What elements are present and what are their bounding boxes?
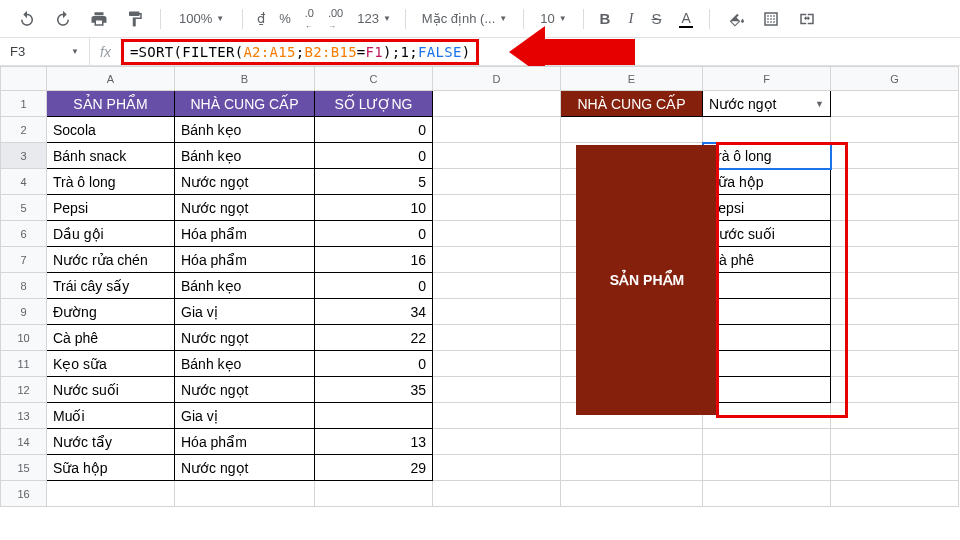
strikethrough-button[interactable]: S bbox=[645, 6, 667, 31]
table-cell[interactable]: 10 bbox=[315, 195, 433, 221]
table-cell[interactable]: Nước ngọt bbox=[175, 169, 315, 195]
borders-button[interactable] bbox=[756, 6, 786, 32]
table-cell[interactable]: Bánh kẹo bbox=[175, 143, 315, 169]
table-cell[interactable]: 35 bbox=[315, 377, 433, 403]
header-e[interactable]: NHÀ CUNG CẤP bbox=[561, 91, 703, 117]
table-cell[interactable]: Cà phê bbox=[47, 325, 175, 351]
table-cell[interactable]: Bánh kẹo bbox=[175, 351, 315, 377]
table-cell[interactable]: 22 bbox=[315, 325, 433, 351]
table-cell[interactable]: 34 bbox=[315, 299, 433, 325]
table-cell[interactable]: Kẹo sữa bbox=[47, 351, 175, 377]
table-cell[interactable]: Nước suối bbox=[47, 377, 175, 403]
table-cell[interactable] bbox=[175, 481, 315, 507]
header-a[interactable]: SẢN PHẨM bbox=[47, 91, 175, 117]
table-cell[interactable]: Nước ngọt bbox=[175, 455, 315, 481]
result-cell[interactable]: Pepsi bbox=[703, 195, 831, 221]
undo-button[interactable] bbox=[12, 6, 42, 32]
table-cell[interactable]: 0 bbox=[315, 117, 433, 143]
paint-format-button[interactable] bbox=[120, 6, 150, 32]
fill-color-button[interactable] bbox=[720, 6, 750, 32]
toolbar: 100%▼ ₫ % .0← .00→ 123▼ Mặc định (...▼ 1… bbox=[0, 0, 960, 38]
table-cell[interactable]: Muối bbox=[47, 403, 175, 429]
result-cell[interactable]: Trà ô long bbox=[703, 143, 831, 169]
table-cell[interactable]: Hóa phẩm bbox=[175, 221, 315, 247]
percent-button[interactable]: % bbox=[275, 7, 295, 30]
table-cell[interactable]: Trà ô long bbox=[47, 169, 175, 195]
decrease-decimal-button[interactable]: .0← bbox=[301, 3, 318, 35]
result-cell[interactable] bbox=[703, 299, 831, 325]
table-cell[interactable]: Hóa phẩm bbox=[175, 429, 315, 455]
result-cell[interactable]: Cà phê bbox=[703, 247, 831, 273]
result-cell[interactable] bbox=[703, 351, 831, 377]
table-cell[interactable]: Hóa phẩm bbox=[175, 247, 315, 273]
zoom-dropdown[interactable]: 100%▼ bbox=[171, 7, 232, 30]
table-cell[interactable]: Bánh kẹo bbox=[175, 117, 315, 143]
result-cell[interactable]: Nước suối bbox=[703, 221, 831, 247]
print-button[interactable] bbox=[84, 6, 114, 32]
font-dropdown[interactable]: Mặc định (...▼ bbox=[416, 7, 513, 30]
table-cell[interactable]: Pepsi bbox=[47, 195, 175, 221]
table-cell[interactable]: 0 bbox=[315, 221, 433, 247]
table-cell[interactable] bbox=[315, 403, 433, 429]
table-cell[interactable]: Nước ngọt bbox=[175, 195, 315, 221]
table-cell[interactable]: 16 bbox=[315, 247, 433, 273]
table-cell[interactable] bbox=[315, 481, 433, 507]
formula-bar: F3▼ fx =SORT(FILTER(A2:A15;B2:B15=F1);1;… bbox=[0, 38, 960, 66]
table-cell[interactable]: 29 bbox=[315, 455, 433, 481]
table-cell[interactable]: Bánh kẹo bbox=[175, 273, 315, 299]
table-cell[interactable]: Nước tẩy bbox=[47, 429, 175, 455]
table-cell[interactable]: 0 bbox=[315, 143, 433, 169]
text-color-button[interactable]: A bbox=[673, 6, 698, 32]
cell-f1-dropdown[interactable]: Nước ngọt▼ bbox=[703, 91, 831, 117]
table-cell[interactable] bbox=[47, 481, 175, 507]
header-c[interactable]: SỐ LƯỢNG bbox=[315, 91, 433, 117]
table-cell[interactable]: Sữa hộp bbox=[47, 455, 175, 481]
table-cell[interactable]: Nước ngọt bbox=[175, 377, 315, 403]
table-cell[interactable]: Bánh snack bbox=[47, 143, 175, 169]
header-b[interactable]: NHÀ CUNG CẤP bbox=[175, 91, 315, 117]
column-headers[interactable]: ABCDEFG bbox=[1, 67, 959, 91]
name-box[interactable]: F3▼ bbox=[0, 38, 90, 65]
fx-icon: fx bbox=[90, 44, 121, 60]
result-cell[interactable] bbox=[703, 377, 831, 403]
table-cell[interactable]: 13 bbox=[315, 429, 433, 455]
table-cell[interactable]: Gia vị bbox=[175, 299, 315, 325]
table-cell[interactable]: 0 bbox=[315, 351, 433, 377]
spreadsheet-grid[interactable]: ABCDEFG 1 SẢN PHẨM NHÀ CUNG CẤP SỐ LƯỢNG… bbox=[0, 66, 960, 507]
table-cell[interactable]: Trái cây sấy bbox=[47, 273, 175, 299]
table-cell[interactable]: Nước ngọt bbox=[175, 325, 315, 351]
table-cell[interactable]: Gia vị bbox=[175, 403, 315, 429]
formula-input[interactable]: =SORT(FILTER(A2:A15;B2:B15=F1);1;FALSE) bbox=[121, 39, 479, 65]
result-cell[interactable] bbox=[703, 273, 831, 299]
merge-button[interactable] bbox=[792, 6, 822, 32]
increase-decimal-button[interactable]: .00→ bbox=[324, 3, 347, 35]
table-cell[interactable]: Nước rửa chén bbox=[47, 247, 175, 273]
result-cell[interactable] bbox=[703, 325, 831, 351]
table-cell[interactable]: 0 bbox=[315, 273, 433, 299]
table-cell[interactable]: Đường bbox=[47, 299, 175, 325]
table-cell[interactable]: 5 bbox=[315, 169, 433, 195]
more-formats-dropdown[interactable]: 123▼ bbox=[353, 7, 395, 30]
results-label-block: SẢN PHẨM bbox=[576, 145, 718, 415]
result-cell[interactable]: Sữa hộp bbox=[703, 169, 831, 195]
redo-button[interactable] bbox=[48, 6, 78, 32]
table-cell[interactable]: Socola bbox=[47, 117, 175, 143]
table-cell[interactable]: Dầu gội bbox=[47, 221, 175, 247]
currency-button[interactable]: ₫ bbox=[253, 7, 269, 30]
